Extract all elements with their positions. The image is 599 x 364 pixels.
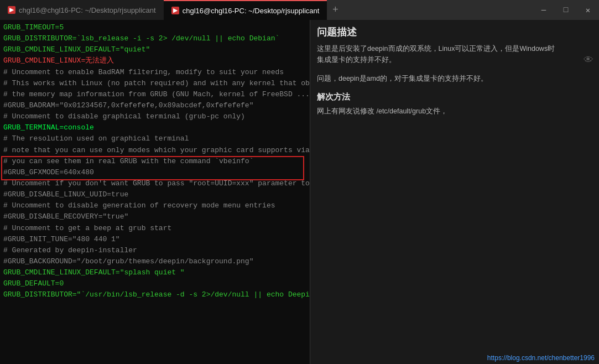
- terminal-line: GRUB_DISTRIBUTOR="`/usr/bin/lsb_release …: [3, 289, 306, 300]
- window-controls: — □ ✕: [533, 0, 599, 20]
- tab1-label: chgl16@chgl16-PC: ~/Desktop/rjsupplicant: [19, 6, 156, 14]
- tab1-icon: ▶: [8, 6, 15, 14]
- terminal-line: # Uncomment to enable BadRAM filtering, …: [3, 67, 306, 78]
- terminal-line: GRUB_CMDLINE_LINUX_DEFAULT="splash quiet…: [3, 267, 306, 278]
- tab-1[interactable]: ▶ chgl16@chgl16-PC: ~/Desktop/rjsupplica…: [0, 0, 164, 20]
- annotation-section2: 网上有网友说修改 /etc/default/grub文件，: [317, 106, 592, 117]
- terminal-pane[interactable]: GRUB_TIMEOUT=5GRUB_DISTRIBUTOR=`lsb_rele…: [0, 20, 310, 364]
- terminal-line: #GRUB_DISABLE_LINUX_UUID=true: [3, 189, 306, 200]
- close-button[interactable]: ✕: [577, 0, 599, 20]
- terminal-line: GRUB_TIMEOUT=5: [3, 22, 306, 33]
- terminal-line: #GRUB_GFXMODE=640x480: [3, 167, 306, 178]
- annotation-text2: 网上有网友说修改 /etc/default/grub文件，: [317, 106, 592, 117]
- annotation-method-title: 解次方法: [317, 92, 592, 102]
- terminal-line: # Generated by deepin-installer: [3, 245, 306, 256]
- terminal-line: GRUB_DISTRIBUTOR=`lsb_release -i -s 2> /…: [3, 33, 306, 44]
- annotation-problem-text: 问题，deepin是amd的，对于集成显卡的支持并不好。: [317, 73, 592, 84]
- tab2-icon: ▶: [171, 7, 179, 14]
- terminal-line: GRUB_DEFAULT=0: [3, 278, 306, 289]
- tab-2[interactable]: ▶ chgl16@chgl16-PC: ~/Desktop/rjsupplica…: [164, 0, 327, 20]
- terminal-line: # This works with Linux (no patch requir…: [3, 78, 306, 89]
- titlebar: ▶ chgl16@chgl16-PC: ~/Desktop/rjsupplica…: [0, 0, 599, 20]
- terminal-line: # the memory map information from GRUB (…: [3, 89, 306, 100]
- annotation-section1: 这里是后安装了deepin而成的双系统，Linux可以正常进入，但是Window…: [317, 43, 592, 65]
- terminal-line: # you can see them in real GRUB with the…: [3, 156, 306, 167]
- terminal-line: # Uncomment to disable generation of rec…: [3, 200, 306, 211]
- terminal-line: # note that you can use only modes which…: [3, 145, 306, 156]
- terminal-line: # Uncomment if you don't want GRUB to pa…: [3, 178, 306, 189]
- footer-link[interactable]: https://blog.csdn.net/chenbetter1996: [487, 354, 595, 362]
- terminal-line: # Uncomment to disable graphical termina…: [3, 111, 306, 122]
- terminal-line: GRUB_CMDLINE_LINUX=无法进入: [3, 55, 306, 66]
- terminal-line: GRUB_CMDLINE_LINUX_DEFAULT="quiet": [3, 44, 306, 55]
- new-tab-button[interactable]: +: [327, 0, 343, 20]
- terminal-line: # The resolution used on graphical termi…: [3, 133, 306, 144]
- tab2-label: chgl16@chgl16-PC: ~/Desktop/rjsupplicant: [183, 7, 320, 15]
- terminal-line: # Uncomment to get a beep at grub start: [3, 223, 306, 234]
- maximize-button[interactable]: □: [555, 0, 577, 20]
- minimize-button[interactable]: —: [533, 0, 555, 20]
- terminal-line: GRUB_TERMINAL=console: [3, 122, 306, 133]
- terminal-line: #GRUB_BADRAM="0x01234567,0xfefefefe,0x89…: [3, 100, 306, 111]
- main-area: GRUB_TIMEOUT=5GRUB_DISTRIBUTOR=`lsb_rele…: [0, 20, 599, 364]
- annotation-section-problem: 问题，deepin是amd的，对于集成显卡的支持并不好。: [317, 73, 592, 84]
- terminal-line: #GRUB_DISABLE_RECOVERY="true": [3, 211, 306, 222]
- annotation-pane: 问题描述 👁 这里是后安装了deepin而成的双系统，Linux可以正常进入，但…: [310, 20, 599, 364]
- terminal-line: #GRUB_INIT_TUNE="480 440 1": [3, 234, 306, 245]
- annotation-title: 问题描述: [317, 25, 592, 39]
- eye-icon: 👁: [584, 54, 593, 66]
- annotation-text1: 这里是后安装了deepin而成的双系统，Linux可以正常进入，但是Window…: [317, 43, 592, 65]
- terminal-line: #GRUB_BACKGROUND="/boot/grub/themes/deep…: [3, 256, 306, 267]
